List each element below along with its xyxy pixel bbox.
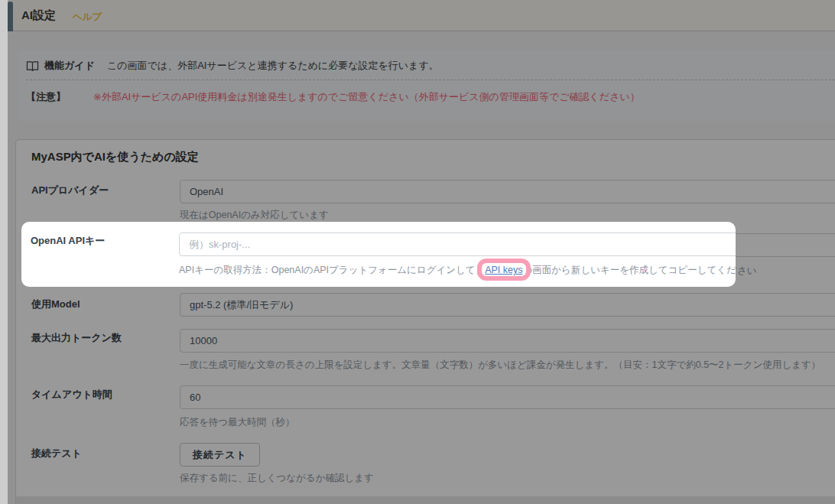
api-key-input[interactable] — [179, 232, 736, 256]
highlight-ring: API keys — [485, 265, 522, 275]
api-key-helper-after: の画面から新しいキーを作成してコピーしてください — [523, 265, 736, 275]
api-key-helper: APIキーの取得方法：OpenAIのAPIプラットフォームにログインして、API… — [179, 264, 736, 277]
api-key-helper-before: APIキーの取得方法：OpenAIのAPIプラットフォームにログインして、 — [179, 265, 485, 275]
spotlight-box: OpenAI APIキー APIキーの取得方法：OpenAIのAPIプラットフォ… — [21, 222, 736, 287]
api-key-label: OpenAI APIキー — [31, 234, 105, 248]
api-keys-link[interactable]: API keys — [485, 265, 522, 275]
